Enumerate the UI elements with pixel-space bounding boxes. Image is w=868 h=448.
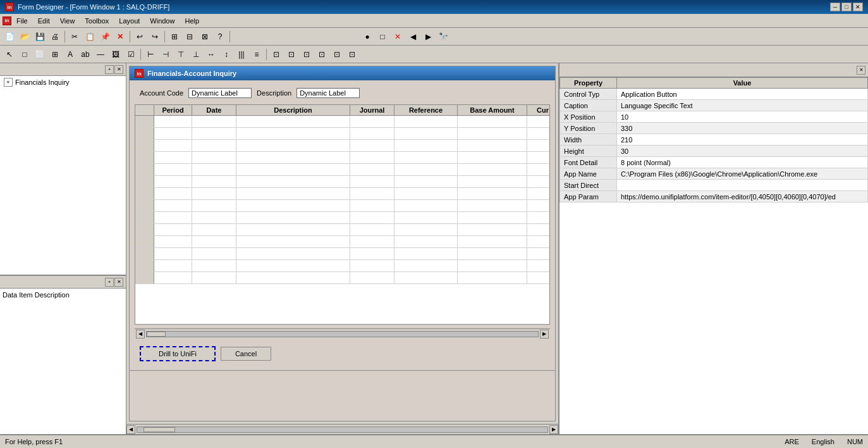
cell-period[interactable] <box>154 236 192 247</box>
cell-date[interactable] <box>192 164 236 175</box>
cell-reference[interactable] <box>394 248 458 259</box>
table-row[interactable] <box>135 248 549 260</box>
cell-journal[interactable] <box>350 164 394 175</box>
toolbar2-A[interactable]: A <box>63 47 77 61</box>
menu-layout[interactable]: Layout <box>114 16 145 26</box>
panel-bottom-pin[interactable]: + <box>105 278 114 287</box>
toolbar-redo[interactable]: ↪ <box>148 30 162 44</box>
toolbar2-al2[interactable]: ⊣ <box>159 47 173 61</box>
toolbar2-sz4[interactable]: ⊡ <box>315 47 329 61</box>
bscroll-thumb[interactable] <box>144 427 175 432</box>
menu-file[interactable]: File <box>11 16 33 26</box>
cell-reference[interactable] <box>394 212 458 223</box>
toolbar2-sz2[interactable]: ⊡ <box>284 47 298 61</box>
cell-journal[interactable] <box>350 140 394 151</box>
hscroll-right-btn[interactable]: ▶ <box>540 330 549 339</box>
toolbar2-sz1[interactable]: ⊡ <box>269 47 283 61</box>
cell-description[interactable] <box>236 164 350 175</box>
table-row[interactable] <box>135 236 549 248</box>
table-row[interactable] <box>135 260 549 272</box>
cell-reference[interactable] <box>394 140 458 151</box>
toolbar-grid1[interactable]: ⊞ <box>168 30 181 44</box>
cell-period[interactable] <box>154 152 192 163</box>
toolbar2-sz6[interactable]: ⊡ <box>345 47 359 61</box>
cell-reference[interactable] <box>394 272 458 283</box>
cell-period[interactable] <box>154 164 192 175</box>
menu-view[interactable]: View <box>55 16 80 26</box>
cell-period[interactable] <box>154 116 192 127</box>
cell-description[interactable] <box>236 188 350 199</box>
table-row[interactable] <box>135 272 549 284</box>
toolbar-arr2[interactable]: ▶ <box>421 30 435 44</box>
cell-date[interactable] <box>192 128 236 139</box>
dynamic-label-1[interactable]: Dynamic Label <box>188 88 252 98</box>
cell-period[interactable] <box>154 188 192 199</box>
cell-date[interactable] <box>192 176 236 187</box>
cell-date[interactable] <box>192 272 236 283</box>
table-row[interactable] <box>135 152 549 164</box>
table-row[interactable] <box>135 128 549 140</box>
prop-value[interactable]: 30 <box>617 146 868 157</box>
cell-period[interactable] <box>154 176 192 187</box>
panel-pin-btn[interactable]: + <box>105 65 114 74</box>
prop-value[interactable]: Application Button <box>617 89 868 100</box>
cell-reference[interactable] <box>394 236 458 247</box>
list-item[interactable]: Font Detail 8 point (Normal) <box>560 157 868 168</box>
panel-bottom-close[interactable]: ✕ <box>114 278 123 287</box>
prop-value[interactable]: 8 point (Normal) <box>617 157 868 168</box>
cell-reference[interactable] <box>394 116 458 127</box>
cell-cur[interactable] <box>527 224 550 235</box>
toolbar2-rounded[interactable]: ⬜ <box>33 47 47 61</box>
cell-description[interactable] <box>236 128 350 139</box>
hscroll-thumb[interactable] <box>147 332 166 337</box>
drill-to-unifi-button[interactable]: Drill to UniFi <box>140 346 216 361</box>
toolbar-binoculars[interactable]: 🔭 <box>436 30 450 44</box>
cell-cur[interactable] <box>527 164 550 175</box>
cell-baseamount[interactable] <box>458 116 527 127</box>
bscroll-left-btn[interactable]: ◀ <box>126 425 135 434</box>
cell-date[interactable] <box>192 248 236 259</box>
cell-description[interactable] <box>236 224 350 235</box>
tree-expand-icon[interactable]: + <box>4 78 13 87</box>
prop-value[interactable] <box>617 180 868 191</box>
cell-journal[interactable] <box>350 272 394 283</box>
table-row[interactable] <box>135 224 549 236</box>
toolbar-circle[interactable]: ● <box>360 30 374 44</box>
toolbar-arr1[interactable]: ◀ <box>406 30 420 44</box>
cell-baseamount[interactable] <box>458 260 527 271</box>
cell-period[interactable] <box>154 224 192 235</box>
cell-period[interactable] <box>154 248 192 259</box>
cell-cur[interactable] <box>527 128 550 139</box>
menu-help[interactable]: Help <box>180 16 204 26</box>
cell-period[interactable] <box>154 200 192 211</box>
toolbar2-line[interactable]: — <box>94 47 107 61</box>
minimize-button[interactable]: ─ <box>830 3 840 11</box>
toolbar-save[interactable]: 💾 <box>33 30 47 44</box>
cell-journal[interactable] <box>350 212 394 223</box>
table-row[interactable] <box>135 200 549 212</box>
cell-cur[interactable] <box>527 272 550 283</box>
right-panel-close[interactable]: ✕ <box>857 66 865 75</box>
cell-cur[interactable] <box>527 176 550 187</box>
list-item[interactable]: Start Direct <box>560 180 868 191</box>
cell-period[interactable] <box>154 272 192 283</box>
cell-baseamount[interactable] <box>458 140 527 151</box>
cell-cur[interactable] <box>527 212 550 223</box>
cell-reference[interactable] <box>394 176 458 187</box>
panel-close-btn[interactable]: ✕ <box>114 65 123 74</box>
toolbar2-al3[interactable]: ⊤ <box>174 47 188 61</box>
cell-cur[interactable] <box>527 236 550 247</box>
toolbar-print[interactable]: 🖨 <box>48 30 62 44</box>
tree-item-financials[interactable]: + Financials Inquiry <box>0 76 126 89</box>
list-item[interactable]: Y Position 330 <box>560 123 868 134</box>
cell-date[interactable] <box>192 212 236 223</box>
toolbar2-al4[interactable]: ⊥ <box>189 47 203 61</box>
list-item[interactable]: X Position 10 <box>560 111 868 123</box>
cell-date[interactable] <box>192 260 236 271</box>
prop-value[interactable]: 10 <box>617 111 868 123</box>
cell-date[interactable] <box>192 116 236 127</box>
table-row[interactable] <box>135 164 549 176</box>
cell-journal[interactable] <box>350 128 394 139</box>
list-item[interactable]: Width 210 <box>560 134 868 146</box>
cell-journal[interactable] <box>350 236 394 247</box>
